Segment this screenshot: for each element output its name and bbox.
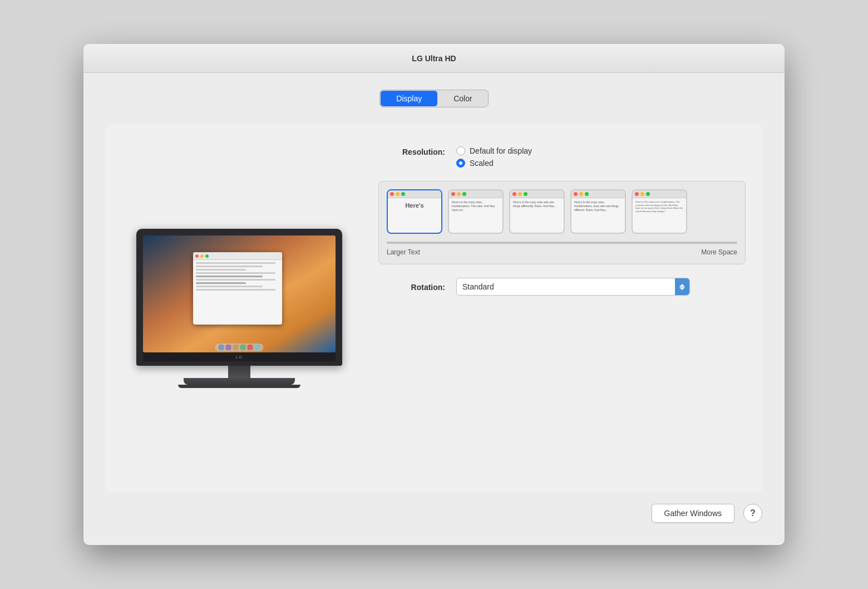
- scale-options-row: Here's Here's to the crazy ones,: [387, 189, 737, 234]
- scale-option-0-bar: [388, 190, 441, 198]
- scale-picker-container: Here's Here's to the crazy ones,: [378, 181, 746, 264]
- scale-footer: Larger Text More Space: [387, 248, 737, 256]
- monitor-brand-bar: LG: [143, 352, 336, 361]
- fake-text-line: [196, 289, 275, 291]
- monitor-base: [184, 378, 295, 385]
- scale-footer-left: Larger Text: [387, 248, 420, 256]
- window-title: LG Ultra HD: [412, 54, 456, 63]
- rotation-select-arrow: [675, 278, 689, 295]
- scale-option-1[interactable]: Here's to the crazy ones, troublemakers.…: [448, 189, 504, 234]
- rotation-value: Standard: [462, 282, 494, 291]
- monitor-neck: [228, 366, 250, 378]
- main-content-area: LG Resolution: Default for dis: [106, 124, 762, 493]
- fake-window-titlebar: [193, 252, 282, 260]
- scale-dot-green: [585, 192, 589, 196]
- fake-minimize-dot: [200, 254, 204, 258]
- fake-text-line: [196, 276, 263, 277]
- scale-option-2[interactable]: Here's to the crazy ones who see things …: [509, 189, 565, 234]
- dock-icon: [219, 345, 224, 350]
- scale-option-0[interactable]: Here's: [387, 189, 442, 234]
- scale-footer-right: More Space: [701, 248, 737, 256]
- resolution-default-radio[interactable]: [456, 146, 465, 155]
- chevron-up-icon: [679, 284, 685, 287]
- monitor-foot: [178, 385, 300, 388]
- resolution-scaled-option[interactable]: Scaled: [456, 159, 532, 168]
- resolution-label: Resolution:: [378, 146, 445, 156]
- scale-option-2-bar: [510, 190, 564, 198]
- fake-text-line: [196, 262, 275, 264]
- scale-option-4-bar: [633, 190, 686, 198]
- scale-dot-green: [401, 192, 405, 196]
- scale-dot-green: [524, 192, 527, 196]
- resolution-options: Default for display Scaled: [456, 146, 532, 168]
- scale-option-0-label: Here's: [391, 200, 438, 209]
- scale-dot-red: [574, 192, 578, 196]
- scale-option-3-text: Here's to the crazy ones troublemakers. …: [574, 200, 622, 212]
- fake-dock: [215, 343, 264, 351]
- scale-option-1-content: Here's to the crazy ones, troublemakers.…: [449, 198, 502, 233]
- resolution-default-label: Default for display: [470, 146, 532, 155]
- resolution-default-option[interactable]: Default for display: [456, 146, 532, 155]
- scale-option-4-content: Here's to the crazy ones. troublemakers.…: [633, 198, 686, 233]
- scale-dot-yellow: [457, 192, 461, 196]
- fake-window-body: [193, 260, 282, 294]
- dock-icon: [233, 345, 239, 350]
- scale-dot-yellow: [579, 192, 583, 196]
- dock-icon: [226, 345, 231, 350]
- rotation-select[interactable]: Standard: [456, 278, 690, 296]
- dock-icon: [248, 345, 253, 350]
- monitor-brand-label: LG: [236, 355, 243, 360]
- tab-bar: Display Color: [106, 90, 762, 107]
- scale-option-2-text: Here's to the crazy ones who see things …: [513, 200, 561, 208]
- scale-dot-red: [390, 192, 394, 196]
- screen-content: [143, 235, 336, 352]
- window-content: Display Color: [83, 73, 785, 545]
- scale-option-3[interactable]: Here's to the crazy ones troublemakers. …: [570, 189, 626, 234]
- monitor-screen: [143, 235, 336, 352]
- scale-option-3-bar: [571, 190, 625, 198]
- scale-dot-yellow: [396, 192, 400, 196]
- fake-text-line: [196, 286, 263, 287]
- monitor-bezel: LG: [136, 229, 342, 366]
- monitor-outer: LG: [134, 229, 345, 388]
- scale-option-1-bar: [449, 190, 502, 198]
- scale-dot-green: [462, 192, 466, 196]
- scale-dot-yellow: [640, 192, 644, 196]
- scale-option-4-text: Here's to the crazy ones. troublemakers.…: [635, 200, 683, 213]
- fake-text-line: [196, 279, 275, 281]
- title-bar: LG Ultra HD: [83, 44, 785, 73]
- scale-option-1-text: Here's to the crazy ones, troublemakers.…: [452, 200, 500, 212]
- resolution-scaled-label: Scaled: [470, 159, 494, 168]
- scale-option-2-content: Here's to the crazy ones who see things …: [510, 198, 564, 233]
- tab-color[interactable]: Color: [438, 90, 487, 107]
- scale-dot-red: [512, 192, 516, 196]
- help-button[interactable]: ?: [743, 504, 762, 523]
- rotation-label: Rotation:: [378, 282, 445, 292]
- scale-option-3-content: Here's to the crazy ones troublemakers. …: [571, 198, 625, 233]
- fake-text-line: [196, 272, 275, 274]
- dock-icon: [255, 345, 260, 350]
- dock-icon: [240, 345, 246, 350]
- scale-dot-yellow: [518, 192, 522, 196]
- fake-text-line: [196, 266, 263, 267]
- tab-group: Display Color: [379, 90, 488, 107]
- scale-option-4[interactable]: Here's to the crazy ones. troublemakers.…: [632, 189, 687, 234]
- scale-dot-green: [646, 192, 650, 196]
- scale-slider-track[interactable]: [387, 242, 737, 244]
- gather-windows-button[interactable]: Gather Windows: [652, 504, 734, 523]
- rotation-section: Rotation: Standard: [378, 278, 746, 296]
- fake-text-line: [196, 282, 246, 284]
- scale-dot-red: [635, 192, 639, 196]
- fake-maximize-dot: [205, 254, 209, 258]
- chevron-down-icon: [679, 287, 685, 290]
- settings-panel: Resolution: Default for display Scaled: [378, 141, 746, 476]
- screen-background: [143, 235, 336, 352]
- fake-app-window: [193, 252, 282, 325]
- bottom-bar: Gather Windows ?: [106, 493, 762, 528]
- resolution-section: Resolution: Default for display Scaled: [378, 146, 746, 168]
- scale-option-0-content: Here's: [388, 198, 441, 233]
- resolution-scaled-radio[interactable]: [456, 159, 465, 168]
- fake-close-dot: [195, 254, 199, 258]
- scale-dot-red: [451, 192, 455, 196]
- tab-display[interactable]: Display: [381, 91, 437, 106]
